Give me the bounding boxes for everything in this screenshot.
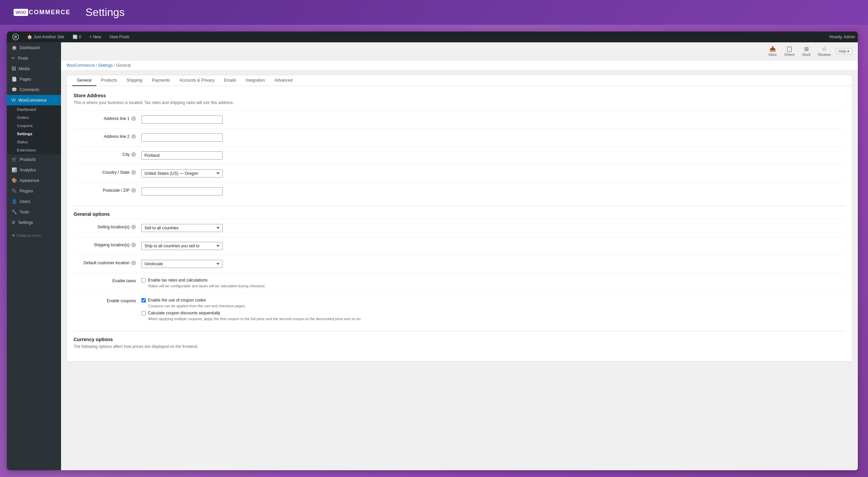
reviews-button[interactable]: ☆ Reviews — [815, 44, 834, 58]
tab-products[interactable]: Products — [96, 75, 122, 86]
comments-icon: 💬 — [12, 87, 17, 92]
calculate-coupons-label: Calculate coupon discounts sequentially — [148, 311, 220, 315]
wp-logo-button[interactable]: W — [9, 32, 22, 42]
sidebar-item-products[interactable]: 🛒 Products — [7, 154, 61, 165]
sidebar-item-label: Pages — [20, 77, 31, 82]
selling-label: Selling location(s) — [97, 225, 130, 229]
address2-input[interactable] — [141, 133, 223, 142]
selling-locations-row: Selling location(s) i Sell to all countr… — [74, 219, 845, 237]
page-title: Settings — [85, 6, 125, 19]
address1-label-with-info: Address line 1 i — [74, 116, 136, 121]
sidebar-item-wc-settings[interactable]: Settings — [7, 130, 61, 138]
sidebar-item-dashboard[interactable]: 🏠 Dashboard — [7, 42, 61, 53]
collapse-menu-button[interactable]: ◀ Collapse menu — [7, 230, 61, 240]
sidebar-item-wc-extensions[interactable]: Extensions — [7, 146, 61, 154]
sidebar-item-label: Apearence — [20, 178, 39, 183]
orders-button[interactable]: 📋 Orders — [781, 44, 798, 58]
customer-location-label: Default customer location — [84, 261, 130, 265]
commerce-label: COMMERCE — [29, 9, 71, 16]
country-info-icon[interactable]: i — [131, 170, 136, 175]
sidebar-item-pages[interactable]: 📄 Pages — [7, 74, 61, 84]
selling-info-icon[interactable]: i — [131, 225, 136, 229]
calculate-coupons-sub-desc: When applying multiple coupons, apply th… — [148, 317, 845, 321]
sidebar-item-wc-coupons[interactable]: Coupons — [7, 122, 61, 130]
settings-icon: ⚙ — [12, 220, 16, 225]
plugins-icon: 🔌 — [12, 188, 17, 193]
city-label-cell: City i — [74, 149, 141, 157]
sidebar-item-plugins[interactable]: 🔌 Plugins — [7, 186, 61, 196]
address1-value-cell — [141, 113, 845, 126]
new-button[interactable]: + New — [86, 32, 104, 42]
sidebar-item-comments[interactable]: 💬 Comments — [7, 84, 61, 95]
sidebar-item-analytics[interactable]: 📊 Analytics — [7, 165, 61, 175]
enable-taxes-checkbox[interactable] — [141, 278, 146, 283]
sidebar-item-wc-dashboard[interactable]: Dashboard — [7, 105, 61, 113]
postcode-info-icon[interactable]: i — [131, 188, 136, 193]
country-select[interactable]: United States (US) — Oregon United Kingd… — [141, 169, 223, 178]
address2-label: Address line 2 — [104, 134, 130, 139]
view-posts-label: View Posts — [109, 35, 129, 39]
updates-icon: 🔄 — [73, 35, 78, 39]
breadcrumb-sep2: / — [114, 63, 116, 68]
tab-integration[interactable]: Integration — [241, 75, 270, 86]
help-button[interactable]: Help ▾ — [835, 48, 852, 55]
address2-row: Address line 2 i — [74, 128, 845, 146]
sidebar-item-posts[interactable]: ✏ Posts — [7, 53, 61, 63]
postcode-label-cell: Postcode / ZIP i — [74, 185, 141, 193]
general-options-section: General options Selling location(s) i — [74, 211, 845, 326]
settings-tabs: General Products Shipping Payments Accou… — [67, 75, 852, 86]
sidebar-item-wc-status[interactable]: Status — [7, 138, 61, 146]
tab-shipping[interactable]: Shipping — [122, 75, 147, 86]
customer-location-select[interactable]: Geolocate No location by default Shop ba… — [141, 260, 223, 268]
posts-icon: ✏ — [12, 56, 15, 61]
breadcrumb-current: General — [116, 63, 131, 68]
sidebar-item-appearance[interactable]: 🎨 Apearence — [7, 175, 61, 186]
country-label: Country / State — [102, 170, 130, 175]
stock-label: Stock — [802, 53, 811, 57]
address1-input[interactable] — [141, 116, 223, 124]
sidebar-item-users[interactable]: 👤 Users — [7, 196, 61, 207]
wp-body: 🏠 Dashboard ✏ Posts 🖼 Media 📄 Pages 💬 — [7, 42, 858, 470]
tab-payments[interactable]: Payments — [147, 75, 175, 86]
wp-content: 📥 Inbox 📋 Orders ⊞ Stock — [61, 42, 858, 470]
shipping-locations-select[interactable]: Ship to all countries you sell to Ship t… — [141, 242, 223, 250]
sidebar-item-settings[interactable]: ⚙ Settings — [7, 217, 61, 228]
settings-content: Store Address This is where your busines… — [67, 86, 852, 361]
topbar-left: W 🏠 Just Another Site 🔄 0 + New — [9, 32, 828, 42]
breadcrumb-settings[interactable]: Settings — [98, 63, 113, 68]
city-input[interactable] — [141, 151, 223, 160]
calculate-coupons-checkbox[interactable] — [141, 311, 146, 315]
enable-taxes-label-cell: Enable taxes — [74, 276, 141, 283]
inbox-button[interactable]: 📥 Inbox — [765, 44, 780, 58]
woocommerce-submenu: Dashboard Orders Coupons Settings Status… — [7, 105, 61, 154]
tab-accounts[interactable]: Accounts & Privacy — [175, 75, 219, 86]
sidebar-item-tools[interactable]: 🔧 Tools — [7, 207, 61, 217]
sidebar-item-media[interactable]: 🖼 Media — [7, 63, 61, 74]
sidebar-item-label: Settings — [18, 220, 33, 225]
currency-options-section: Currency options The following options a… — [74, 337, 845, 349]
tab-emails[interactable]: Emails — [219, 75, 241, 86]
customer-location-label-cell: Default customer location i — [74, 258, 141, 265]
tab-advanced[interactable]: Advanced — [270, 75, 297, 86]
tab-general[interactable]: General — [72, 75, 96, 86]
inbox-label: Inbox — [768, 53, 776, 57]
enable-coupons-checkbox[interactable] — [141, 298, 146, 303]
sidebar-item-wc-orders[interactable]: Orders — [7, 113, 61, 122]
stock-button[interactable]: ⊞ Stock — [799, 44, 814, 58]
customer-location-info-icon[interactable]: i — [131, 261, 136, 265]
address2-info-icon[interactable]: i — [131, 134, 136, 139]
address1-info-icon[interactable]: i — [131, 116, 136, 121]
address2-value-cell — [141, 131, 845, 144]
shipping-info-icon[interactable]: i — [131, 243, 136, 247]
breadcrumb-woocommerce[interactable]: WooCommerce — [66, 63, 95, 68]
enable-taxes-checkbox-label: Enable tax rates and calculations — [148, 278, 208, 283]
view-posts-button[interactable]: View Posts — [106, 32, 132, 42]
postcode-input[interactable] — [141, 187, 223, 195]
updates-button[interactable]: 🔄 0 — [70, 32, 84, 42]
sidebar-item-woocommerce[interactable]: W WooCommerce — [7, 95, 61, 105]
selling-locations-select[interactable]: Sell to all countries Sell to specific c… — [141, 224, 223, 232]
currency-options-desc: The following options affect how prices … — [74, 344, 845, 349]
city-info-icon[interactable]: i — [131, 152, 136, 157]
home-button[interactable]: 🏠 Just Another Site — [24, 32, 67, 42]
city-label-with-info: City i — [74, 152, 136, 157]
